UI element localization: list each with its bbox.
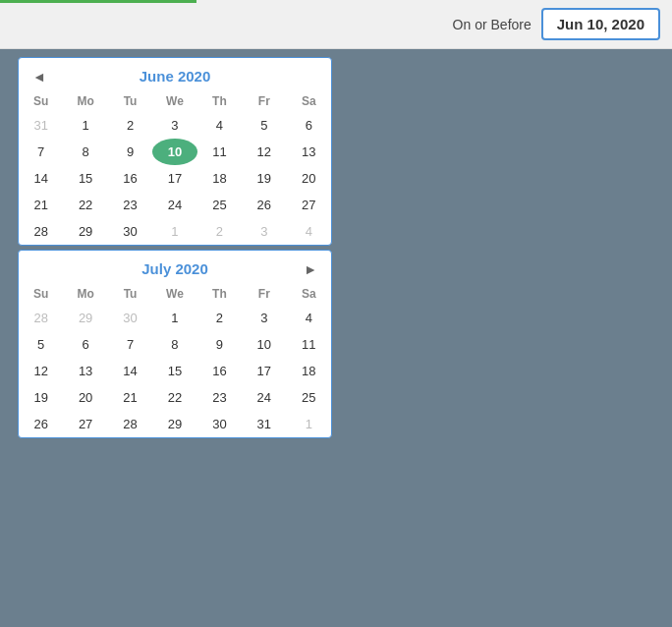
calendar-day[interactable]: 12 (19, 358, 63, 384)
calendar-day[interactable]: 14 (19, 165, 63, 192)
calendar-day[interactable]: 22 (63, 192, 107, 218)
calendar-title: June 2020 (140, 68, 211, 85)
calendar-day[interactable]: 22 (152, 384, 196, 411)
calendar-day[interactable]: 21 (108, 384, 152, 411)
calendar-day[interactable]: 16 (108, 165, 152, 192)
calendar-day[interactable]: 4 (287, 218, 331, 245)
calendar-day[interactable]: 15 (63, 165, 107, 192)
calendar-day[interactable]: 9 (197, 331, 242, 358)
calendar-day[interactable]: 23 (108, 192, 152, 218)
weekday-header: Fr (242, 283, 286, 305)
calendar-day[interactable]: 26 (19, 411, 63, 437)
calendar-week-row: 19202122232425 (19, 384, 331, 411)
next-month-arrow[interactable]: ► (298, 259, 323, 279)
weekday-header: Tu (108, 90, 152, 112)
calendar-day[interactable]: 5 (19, 331, 63, 358)
calendar-grid: SuMoTuWeThFrSa28293012345678910111213141… (19, 283, 331, 437)
calendar-day[interactable]: 29 (63, 305, 107, 331)
calendar-day[interactable]: 8 (152, 331, 196, 358)
weekday-header: We (152, 283, 196, 305)
calendar-day[interactable]: 11 (287, 331, 331, 358)
calendar-day[interactable]: 29 (63, 218, 107, 245)
calendar-day[interactable]: 8 (63, 139, 107, 165)
calendar-day[interactable]: 6 (63, 331, 107, 358)
calendar-day[interactable]: 25 (287, 384, 331, 411)
calendar-week-row: 567891011 (19, 331, 331, 358)
calendar-day[interactable]: 28 (19, 305, 63, 331)
calendar-day[interactable]: 24 (242, 384, 286, 411)
calendar-day[interactable]: 30 (108, 218, 152, 245)
calendar-june-2020: ◄June 2020SuMoTuWeThFrSa3112345678910111… (18, 57, 332, 246)
calendar-day[interactable]: 27 (63, 411, 107, 437)
calendar-day[interactable]: 2 (197, 218, 242, 245)
weekday-header: Fr (242, 90, 286, 112)
calendar-day[interactable]: 11 (197, 139, 242, 165)
calendar-day[interactable]: 28 (108, 411, 152, 437)
weekday-header: We (152, 90, 196, 112)
calendar-week-row: 2829301234 (19, 218, 331, 245)
calendar-day[interactable]: 14 (108, 358, 152, 384)
calendar-day[interactable]: 2 (197, 305, 242, 331)
calendar-day[interactable]: 31 (242, 411, 286, 437)
calendars-container: ◄June 2020SuMoTuWeThFrSa3112345678910111… (18, 57, 352, 442)
calendar-header: July 2020► (19, 251, 331, 283)
filter-label: On or Before (453, 17, 532, 32)
calendar-day[interactable]: 28 (19, 218, 63, 245)
calendar-day[interactable]: 19 (242, 165, 286, 192)
calendar-day[interactable]: 3 (242, 305, 286, 331)
calendar-day[interactable]: 27 (287, 192, 331, 218)
calendar-day[interactable]: 1 (287, 411, 331, 437)
calendar-day[interactable]: 15 (152, 358, 196, 384)
weekday-header: Sa (287, 90, 331, 112)
weekday-header: Su (19, 283, 63, 305)
calendar-day[interactable]: 12 (242, 139, 286, 165)
calendar-week-row: 14151617181920 (19, 165, 331, 192)
calendar-day[interactable]: 4 (197, 112, 242, 139)
calendar-day[interactable]: 3 (242, 218, 286, 245)
calendar-day[interactable]: 30 (197, 411, 242, 437)
calendar-day[interactable]: 10 (242, 331, 286, 358)
calendar-header: ◄June 2020 (19, 58, 331, 90)
calendar-day[interactable]: 9 (108, 139, 152, 165)
calendar-day[interactable]: 1 (63, 112, 107, 139)
selected-date-badge[interactable]: Jun 10, 2020 (541, 8, 660, 40)
calendar-day[interactable]: 31 (19, 112, 63, 139)
weekday-header: Mo (63, 90, 107, 112)
weekday-header: Sa (287, 283, 331, 305)
calendar-day[interactable]: 1 (152, 305, 196, 331)
calendar-day[interactable]: 23 (197, 384, 242, 411)
calendar-day[interactable]: 20 (63, 384, 107, 411)
calendar-july-2020: July 2020►SuMoTuWeThFrSa2829301234567891… (18, 250, 332, 438)
prev-month-arrow[interactable]: ◄ (27, 67, 52, 86)
calendar-week-row: 78910111213 (19, 139, 331, 165)
top-bar: On or Before Jun 10, 2020 (0, 0, 672, 49)
calendar-day[interactable]: 21 (19, 192, 63, 218)
calendar-day[interactable]: 19 (19, 384, 63, 411)
calendar-day[interactable]: 7 (19, 139, 63, 165)
calendar-day[interactable]: 13 (287, 139, 331, 165)
calendar-day[interactable]: 13 (63, 358, 107, 384)
calendar-day[interactable]: 30 (108, 305, 152, 331)
calendar-day[interactable]: 1 (152, 218, 196, 245)
weekday-header: Mo (63, 283, 107, 305)
calendar-day[interactable]: 3 (152, 112, 196, 139)
weekday-header: Th (197, 283, 242, 305)
calendar-day[interactable]: 5 (242, 112, 286, 139)
calendar-day[interactable]: 20 (287, 165, 331, 192)
calendar-day[interactable]: 18 (197, 165, 242, 192)
calendar-day[interactable]: 25 (197, 192, 242, 218)
calendar-day[interactable]: 10 (152, 139, 196, 165)
calendar-day[interactable]: 6 (287, 112, 331, 139)
calendar-day[interactable]: 16 (197, 358, 242, 384)
calendar-day[interactable]: 26 (242, 192, 286, 218)
calendar-week-row: 12131415161718 (19, 358, 331, 384)
calendar-day[interactable]: 2 (108, 112, 152, 139)
calendar-day[interactable]: 29 (152, 411, 196, 437)
calendar-day[interactable]: 17 (242, 358, 286, 384)
calendar-week-row: 31123456 (19, 112, 331, 139)
calendar-day[interactable]: 17 (152, 165, 196, 192)
calendar-day[interactable]: 18 (287, 358, 331, 384)
calendar-day[interactable]: 24 (152, 192, 196, 218)
calendar-day[interactable]: 7 (108, 331, 152, 358)
calendar-day[interactable]: 4 (287, 305, 331, 331)
